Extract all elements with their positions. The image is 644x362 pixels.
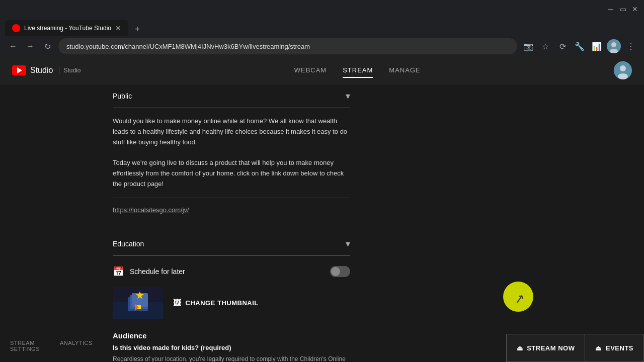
schedule-label: Schedule for later	[130, 267, 324, 276]
svg-point-4	[620, 65, 626, 71]
form-section: Public ▾ Would you like to make money on…	[101, 84, 362, 362]
svg-point-5	[618, 73, 628, 79]
product-url-link[interactable]: https://localsitesgo.com/jv/	[113, 206, 350, 222]
audience-section: Audience Is this video made for kids? (r…	[113, 331, 350, 362]
sidebar-links: STREAM SETTINGS ANALYTICS	[0, 340, 101, 352]
active-tab[interactable]: Live streaming - YouTube Studio ✕	[5, 20, 128, 36]
maximize-button[interactable]: ▭	[619, 5, 627, 13]
schedule-toggle[interactable]	[330, 266, 350, 277]
new-tab-button[interactable]: +	[130, 22, 144, 36]
yt-logo-icon	[12, 65, 26, 75]
logo-subtitle: Studio	[59, 67, 80, 74]
bookmark-icon[interactable]: ☆	[538, 39, 552, 53]
bottom-action-bar: ⏏ STREAM NOW ⏏ EVENTS	[506, 334, 644, 362]
stream-now-icon: ⏏	[517, 344, 523, 352]
divider	[113, 198, 350, 198]
sidebar-item-analytics[interactable]: ANALYTICS	[60, 340, 93, 352]
audience-description: Regardless of your location, you're lega…	[113, 354, 350, 362]
change-thumbnail-button[interactable]: 🖼 CHANGE THUMBNAIL	[173, 299, 259, 308]
tab-favicon	[12, 24, 20, 32]
content-scroll: Public ▾ Would you like to make money on…	[101, 84, 644, 362]
tab-stream[interactable]: STREAM	[343, 63, 373, 78]
omnibar: ← → ↻ studio.youtube.com/channel/UCxMF1M…	[0, 36, 644, 56]
forward-button[interactable]: →	[23, 39, 37, 53]
url-text: studio.youtube.com/channel/UCxMF1M8WMj4I…	[66, 43, 310, 50]
main-content: STREAM SETTINGS ANALYTICS Public ▾ Would…	[0, 84, 644, 362]
title-bar: ─ ▭ ✕	[0, 0, 644, 18]
camera-icon[interactable]: 📷	[521, 39, 535, 53]
tab-close-button[interactable]: ✕	[115, 24, 121, 32]
menu-icon[interactable]: ⋮	[624, 39, 638, 53]
events-icon: ⏏	[595, 344, 602, 352]
top-navigation: Studio Studio WEBCAM STREAM MANAGE	[0, 56, 644, 84]
logo-text: Studio	[30, 66, 53, 75]
content-area[interactable]: Public ▾ Would you like to make money on…	[101, 84, 644, 362]
user-avatar[interactable]	[614, 61, 632, 79]
youtube-studio-app: Studio Studio WEBCAM STREAM MANAGE STREA…	[0, 56, 644, 362]
description-text: Would you like to make money online whil…	[113, 116, 350, 190]
svg-point-1	[611, 42, 616, 47]
audience-title: Audience	[113, 331, 350, 340]
stream-now-button[interactable]: ⏏ STREAM NOW	[506, 334, 586, 362]
thumbnail-image	[113, 287, 163, 319]
events-label: EVENTS	[606, 344, 633, 352]
reload-icon[interactable]: ⟳	[555, 39, 570, 53]
refresh-button[interactable]: ↻	[40, 39, 54, 53]
minimize-button[interactable]: ─	[607, 5, 615, 13]
tab-bar: Live streaming - YouTube Studio ✕ +	[0, 18, 644, 36]
category-dropdown[interactable]: Education ▾	[113, 232, 350, 256]
nav-tabs: WEBCAM STREAM MANAGE	[101, 63, 614, 78]
sidebar-item-stream-settings[interactable]: STREAM SETTINGS	[10, 340, 40, 352]
thumbnail-section: 🖼 CHANGE THUMBNAIL	[113, 287, 350, 319]
visibility-arrow-icon: ▾	[346, 90, 350, 102]
calendar-icon: 📅	[113, 266, 124, 277]
back-button[interactable]: ←	[6, 39, 20, 53]
close-button[interactable]: ✕	[631, 5, 639, 13]
play-icon	[17, 67, 22, 73]
visibility-dropdown[interactable]: Public ▾	[113, 84, 350, 108]
sidebar: STREAM SETTINGS ANALYTICS	[0, 84, 101, 362]
nav-buttons: ← → ↻	[6, 39, 54, 53]
stream-now-label: STREAM NOW	[527, 344, 575, 352]
category-label: Education	[113, 240, 144, 248]
extension-icon[interactable]: 🔧	[573, 39, 587, 53]
tab-webcam[interactable]: WEBCAM	[294, 63, 327, 78]
url-bar[interactable]: studio.youtube.com/channel/UCxMF1M8WMj4I…	[58, 38, 517, 54]
change-thumbnail-label: CHANGE THUMBNAIL	[186, 299, 259, 307]
thumbnail-btn-icon: 🖼	[173, 299, 182, 308]
profile-avatar[interactable]	[607, 39, 621, 53]
events-button[interactable]: ⏏ EVENTS	[585, 334, 644, 362]
tab-title: Live streaming - YouTube Studio	[24, 25, 111, 32]
youtube-logo: Studio Studio	[12, 65, 80, 75]
toggle-knob	[331, 267, 340, 276]
cursor-decoration: ↗	[503, 282, 533, 312]
audience-subtitle: Is this video made for kids? (required)	[113, 344, 350, 351]
visibility-label: Public	[113, 92, 132, 100]
title-bar-controls: ─ ▭ ✕	[607, 5, 639, 13]
browser-chrome: ─ ▭ ✕ Live streaming - YouTube Studio ✕ …	[0, 0, 644, 56]
browser-action-buttons: 📷 ☆ ⟳ 🔧 📊 ⋮	[521, 39, 638, 53]
category-arrow-icon: ▾	[346, 238, 350, 249]
tab-manage[interactable]: MANAGE	[389, 63, 420, 78]
extension2-icon[interactable]: 📊	[590, 39, 604, 53]
cursor-arrow-icon: ↗	[513, 291, 526, 306]
schedule-row: 📅 Schedule for later	[113, 266, 350, 277]
